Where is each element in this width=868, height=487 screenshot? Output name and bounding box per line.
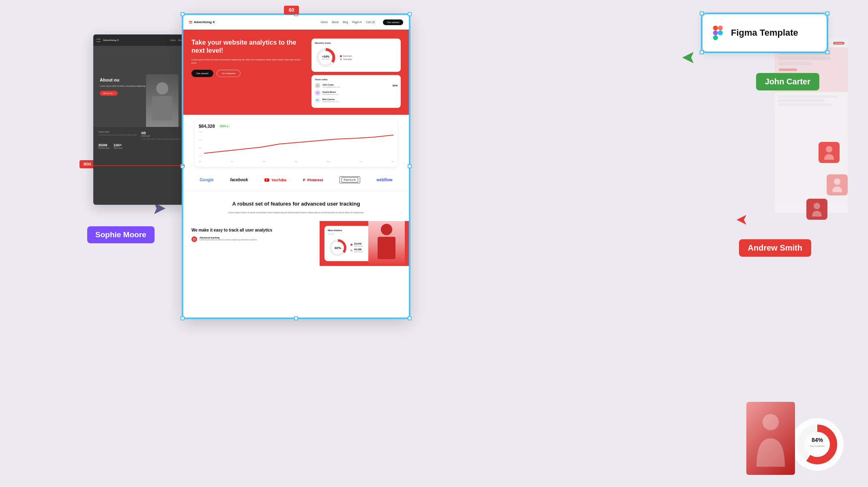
left-stat-events-lbl: Events per — [141, 135, 180, 137]
right-bg-body — [775, 92, 848, 109]
partner-google: Google — [200, 178, 213, 182]
partner-twitch: Twitch — [339, 176, 360, 183]
partner-youtube: YouTube — [264, 178, 286, 182]
legend-item-total: Total leads — [340, 58, 352, 60]
tracking-icon — [191, 236, 197, 242]
monthly-leads-card: Monthly leads +34% New leads — [312, 39, 401, 72]
features-subtext: Lorem ipsum dolor sit amet consectetur l… — [223, 211, 369, 215]
left-stat-team-lbl: Team mem — [114, 147, 122, 149]
center-brand: Advertising X — [189, 20, 215, 24]
left-mockup: Advertising X Home About About ou Lorem … — [93, 34, 187, 205]
svg-marker-11 — [682, 52, 694, 63]
person-box-3 — [806, 199, 827, 220]
vs-new-dot — [350, 244, 352, 246]
hero-left: Take your website analytics to the next … — [191, 39, 305, 108]
figma-logo-icon — [711, 26, 725, 40]
left-stat-tracked-lbl: Tracked users — [98, 147, 110, 149]
hero-get-started-btn[interactable]: Get started — [191, 70, 213, 77]
team-member-sophie: SM Sophie Moore hi@sophiemoore.com — [315, 90, 397, 96]
person-box-2 — [827, 174, 848, 195]
info-matt: Matt Cannon info@mattcannon.com — [322, 98, 397, 103]
bottom-chart: 84% Top Countries — [791, 418, 844, 471]
team-sales-title: Team sales — [315, 78, 397, 81]
brand-icon — [189, 21, 192, 24]
width-badge: 60 — [284, 6, 299, 15]
sophie-moore-label: Sophie Moore — [87, 226, 155, 243]
arrow-green-icon — [682, 52, 694, 65]
team-member-matt: MC Matt Cannon info@mattcannon.com — [315, 97, 397, 103]
hero-features-btn[interactable]: Our features — [217, 70, 241, 77]
svg-point-10 — [718, 30, 723, 35]
bottom-left: We make it easy to track all user analyt… — [183, 221, 320, 266]
person-box-1 — [819, 142, 840, 163]
left-stat-team-val: 240+ — [114, 143, 122, 147]
svg-point-12 — [826, 146, 832, 152]
person-photo — [746, 402, 795, 475]
center-cta-btn[interactable]: Get started — [383, 19, 403, 25]
vs-new-row: 22,642 New visitors — [350, 242, 363, 247]
monthly-leads-body: +34% New leads New leads Total leads — [315, 47, 397, 69]
left-stat-tracked-val: 350M — [98, 143, 110, 147]
person-icon-1 — [819, 142, 840, 163]
left-stats: Capital raised Lorem ipsum dolor sit ame… — [93, 127, 187, 153]
left-hero-btn[interactable]: Join our te... — [100, 91, 118, 96]
team-member-john: JC John Carter contact@johncarter.com $2… — [315, 83, 397, 88]
tracking-desc: Lorem ipsum dolor sit amet consectetur a… — [200, 239, 257, 241]
bottom-person-image — [368, 221, 405, 266]
bottom-headline: We make it easy to track all user analyt… — [191, 227, 312, 233]
left-stat-capital-lbl: Capital raised — [98, 131, 137, 133]
sales-volume-card: $84,328 36.8% ▲ 100k 50K 30K 20K Jan — [195, 120, 397, 167]
chart-area — [204, 131, 393, 159]
ghost-line-3 — [778, 103, 831, 106]
figma-template-box: Figma Template — [702, 13, 827, 52]
avatar-sophie: SM — [315, 90, 320, 96]
arrow-left-icon — [154, 203, 165, 216]
svg-point-13 — [834, 178, 840, 185]
svg-text:Top Countries: Top Countries — [810, 445, 825, 447]
svg-marker-3 — [266, 179, 268, 181]
left-brand: Advertising X — [103, 39, 119, 41]
ghost-line-1 — [778, 95, 838, 98]
legend-item-new: New leads — [340, 55, 352, 57]
left-stat-events-desc: Lorem ipsum dolor sit amet consectetur a… — [141, 138, 180, 140]
svg-marker-0 — [154, 203, 165, 214]
sv-amount: $84,328 — [199, 124, 215, 129]
hero-buttons: Get started Our features — [191, 70, 305, 77]
visitor-donut-chart: 60% — [328, 238, 348, 258]
person-photo-inner — [746, 402, 795, 475]
sales-volume-section: $84,328 36.8% ▲ 100k 50K 30K 20K Jan — [183, 120, 409, 167]
andrew-smith-label: Andrew Smith — [739, 239, 811, 257]
visitor-stats: 22,642 New visitors 34,286 Total visitor… — [350, 242, 363, 253]
center-nav: Advertising X Home About Blog Pages ▾ Ca… — [183, 15, 409, 30]
sv-badge: 36.8% ▲ — [218, 124, 231, 128]
person-icon-2 — [827, 174, 848, 195]
center-hero: Take your website analytics to the next … — [183, 30, 409, 115]
svg-rect-7 — [718, 26, 723, 30]
monthly-leads-title: Monthly leads — [315, 42, 397, 44]
legend-dot-new — [340, 55, 342, 57]
svg-rect-9 — [713, 35, 718, 40]
chart-labels: Jan Feb Mar Apr May Jun Jul — [199, 161, 393, 163]
feature-item-tracking: Advanced tracking Lorem ipsum dolor sit … — [191, 236, 312, 242]
left-hero-image — [146, 74, 178, 127]
vs-total-dot — [350, 249, 352, 251]
tracking-text: Advanced tracking Lorem ipsum dolor sit … — [200, 236, 257, 241]
figma-title: Figma Template — [731, 28, 798, 38]
arrow-red-icon — [737, 215, 746, 226]
ghost-line-2 — [778, 99, 825, 102]
hero-subtext: Lorem ipsum dolor sit amet consectetur a… — [191, 58, 305, 65]
visitor-donut-label: 60% — [335, 246, 341, 249]
person-icon-3 — [806, 199, 827, 220]
y-axis: 100k 50K 30K 20K — [199, 131, 204, 157]
ghost-btn — [779, 69, 797, 71]
center-mockup: Advertising X Home About Blog Pages ▾ Ca… — [183, 14, 410, 318]
leads-legend: New leads Total leads — [340, 55, 352, 60]
ghost-3 — [779, 62, 811, 65]
vs-new-val: 22,642 New visitors — [354, 242, 363, 247]
left-nav-links: Home About — [170, 39, 183, 41]
hero-headline: Take your website analytics to the next … — [191, 39, 305, 55]
info-john: John Carter contact@johncarter.com — [322, 84, 391, 88]
donut-chart: +34% New leads — [315, 47, 337, 69]
center-nav-links: Home About Blog Pages ▾ Cart (3) — [321, 21, 375, 24]
left-logo-icon — [97, 39, 101, 42]
